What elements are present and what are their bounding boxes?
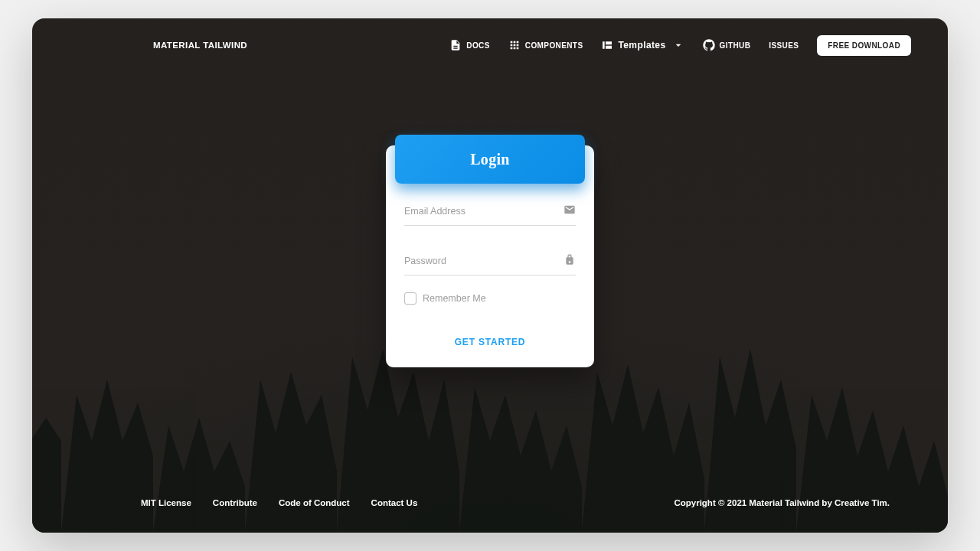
nav-components-label: COMPONENTS — [525, 41, 583, 50]
login-card: Login Email Address Password Remember Me… — [386, 145, 594, 367]
navbar: MATERIAL TAILWIND DOCS COMPONENTS Templa… — [32, 18, 948, 61]
nav-templates-label: Templates — [618, 40, 665, 51]
footer-contact[interactable]: Contact Us — [371, 498, 418, 507]
nav-issues[interactable]: ISSUES — [769, 41, 799, 50]
grid-icon — [508, 39, 521, 51]
nav-links: DOCS COMPONENTS Templates — [449, 35, 911, 56]
remember-label: Remember Me — [423, 293, 486, 304]
remember-checkbox[interactable] — [404, 292, 416, 305]
footer-copyright: Copyright © 2021 Material Tailwind by Cr… — [674, 498, 890, 507]
nav-github[interactable]: GITHUB — [703, 39, 751, 51]
chevron-down-icon — [672, 39, 684, 51]
free-download-button[interactable]: FREE DOWNLOAD — [817, 35, 911, 56]
nav-docs-label: DOCS — [466, 41, 490, 50]
nav-github-label: GITHUB — [720, 41, 751, 50]
app-frame: MATERIAL TAILWIND DOCS COMPONENTS Templa… — [32, 18, 948, 533]
templates-icon — [601, 39, 613, 51]
nav-issues-label: ISSUES — [769, 41, 799, 50]
nav-templates[interactable]: Templates — [601, 39, 684, 51]
email-icon — [564, 204, 576, 219]
footer-license[interactable]: MIT License — [141, 498, 191, 507]
main-area: Login Email Address Password Remember Me… — [32, 61, 948, 490]
nav-components[interactable]: COMPONENTS — [508, 39, 583, 51]
lock-icon — [564, 253, 576, 269]
nav-docs[interactable]: DOCS — [449, 39, 490, 51]
footer-conduct[interactable]: Code of Conduct — [279, 498, 350, 507]
get-started-button[interactable]: GET STARTED — [404, 331, 576, 350]
brand[interactable]: MATERIAL TAILWIND — [153, 41, 247, 50]
login-card-header: Login — [395, 135, 585, 184]
password-field[interactable]: Password — [404, 243, 576, 276]
remember-me-row: Remember Me — [404, 292, 576, 305]
footer: MIT License Contribute Code of Conduct C… — [32, 490, 948, 533]
github-icon — [703, 39, 715, 51]
footer-links: MIT License Contribute Code of Conduct C… — [141, 498, 417, 507]
document-icon — [449, 39, 462, 51]
email-field[interactable]: Email Address — [404, 193, 576, 226]
password-label: Password — [404, 256, 564, 266]
footer-contribute[interactable]: Contribute — [213, 498, 257, 507]
email-label: Email Address — [404, 206, 564, 217]
